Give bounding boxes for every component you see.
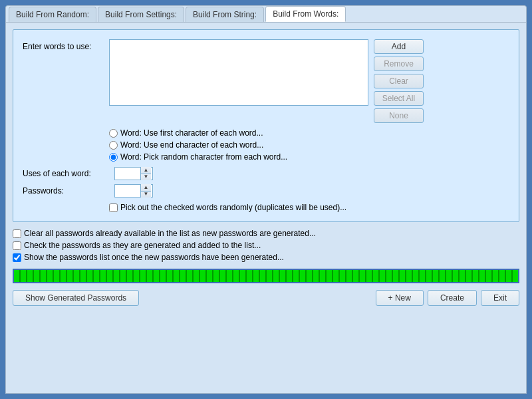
bottom-checkboxes: Clear all passwords already available in… <box>13 229 519 262</box>
passwords-up-btn[interactable]: ▲ <box>141 184 151 192</box>
radio-first-char[interactable] <box>109 129 118 138</box>
uses-down-btn[interactable]: ▼ <box>141 174 151 181</box>
bottom-checkbox-1[interactable]: Clear all passwords already available in… <box>13 229 519 238</box>
uses-input[interactable] <box>115 168 140 180</box>
radio-random-char[interactable] <box>109 153 118 162</box>
radio-row-2[interactable]: Word: Use end character of each word... <box>109 140 509 150</box>
main-container: Build From Random: Build From Settings: … <box>0 0 532 399</box>
progress-bar-container <box>13 269 519 283</box>
passwords-down-btn[interactable]: ▼ <box>141 192 151 198</box>
uses-spinner: ▲ ▼ <box>114 167 153 180</box>
radio-label-1: Word: Use first character of each word..… <box>120 128 263 138</box>
radio-row-1[interactable]: Word: Use first character of each word..… <box>109 128 509 138</box>
clear-passwords-checkbox[interactable] <box>13 229 21 238</box>
show-passwords-checkbox[interactable] <box>13 253 21 262</box>
exit-button[interactable]: Exit <box>481 290 519 306</box>
radio-row-3[interactable]: Word: Pick random character from each wo… <box>109 152 509 162</box>
radio-end-char[interactable] <box>109 141 118 150</box>
uses-up-btn[interactable]: ▲ <box>141 167 151 174</box>
tab-settings[interactable]: Build From Settings: <box>98 7 184 22</box>
select-all-button[interactable]: Select All <box>374 91 424 106</box>
check-passwords-label: Check the passwords as they are generate… <box>24 241 261 250</box>
add-button[interactable]: Add <box>374 39 424 54</box>
uses-row: Uses of each word: ▲ ▼ <box>23 167 509 180</box>
new-button[interactable]: + New <box>376 290 424 306</box>
clear-button[interactable]: Clear <box>374 74 424 88</box>
button-group: Add Remove Clear Select All None <box>374 39 424 123</box>
passwords-spinner: ▲ ▼ <box>114 184 153 198</box>
show-generated-button[interactable]: Show Generated Passwords <box>13 290 139 306</box>
passwords-row: Passwords: ▲ ▼ <box>23 184 509 198</box>
bottom-right-buttons: + New Create Exit <box>376 290 519 306</box>
none-button[interactable]: None <box>374 108 424 123</box>
words-input[interactable] <box>109 39 368 106</box>
passwords-label: Passwords: <box>23 186 109 196</box>
tab-string[interactable]: Build From String: <box>186 7 264 22</box>
bottom-checkbox-2[interactable]: Check the passwords as they are generate… <box>13 241 519 250</box>
random-checkbox-row: Pick out the checked words randomly (dup… <box>109 203 509 212</box>
clear-passwords-label: Clear all passwords already available in… <box>24 229 316 238</box>
remove-button[interactable]: Remove <box>374 57 424 71</box>
passwords-input[interactable] <box>115 185 140 197</box>
bottom-checkbox-3[interactable]: Show the passwords list once the new pas… <box>13 253 519 262</box>
tab-random[interactable]: Build From Random: <box>9 7 96 22</box>
tab-bar: Build From Random: Build From Settings: … <box>5 5 527 22</box>
words-label: Enter words to use: <box>23 39 109 51</box>
spinner-group: Uses of each word: ▲ ▼ Passwords: <box>23 167 509 198</box>
show-passwords-label: Show the passwords list once the new pas… <box>24 253 284 262</box>
radio-label-3: Word: Pick random character from each wo… <box>120 152 287 162</box>
passwords-spinner-btns: ▲ ▼ <box>140 184 151 198</box>
random-checkbox-label: Pick out the checked words randomly (dup… <box>120 203 346 212</box>
uses-spinner-btns: ▲ ▼ <box>140 167 151 180</box>
inner-panel: Enter words to use: Add Remove Clear Sel… <box>13 29 519 222</box>
progress-bar-fill <box>14 270 518 282</box>
create-button[interactable]: Create <box>428 290 477 306</box>
uses-label: Uses of each word: <box>23 169 109 178</box>
check-passwords-checkbox[interactable] <box>13 241 21 250</box>
tab-words[interactable]: Build From Words: <box>265 6 346 22</box>
radio-label-2: Word: Use end character of each word... <box>120 140 263 150</box>
content-area: Enter words to use: Add Remove Clear Sel… <box>5 22 527 394</box>
radio-group: Word: Use first character of each word..… <box>109 128 509 162</box>
bottom-buttons: Show Generated Passwords + New Create Ex… <box>13 290 519 306</box>
words-row: Enter words to use: Add Remove Clear Sel… <box>23 39 509 123</box>
random-checkbox[interactable] <box>109 203 118 212</box>
